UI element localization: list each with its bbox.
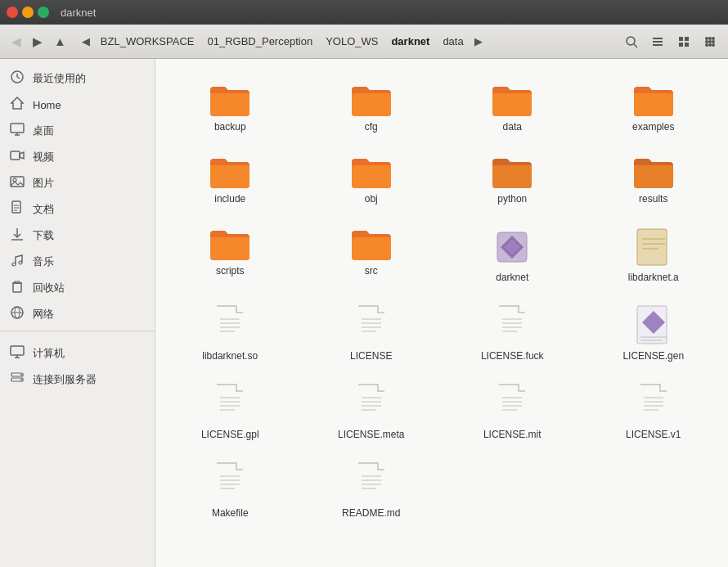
main-layout: 最近使用的 Home 桌面 视频 图片	[0, 59, 728, 567]
file-item-examples[interactable]: examples	[587, 75, 721, 139]
file-name-data: data	[503, 121, 522, 133]
recent-icon	[10, 70, 25, 88]
file-name-scripts: scripts	[216, 265, 245, 277]
breadcrumb-item-4[interactable]: data	[436, 33, 470, 50]
window-title: darknet	[61, 7, 96, 19]
license-v1-icon	[636, 383, 672, 425]
close-button[interactable]	[7, 7, 18, 18]
minimize-button[interactable]	[22, 7, 34, 18]
folder-icon-python	[491, 154, 533, 190]
file-grid: backup cfg	[164, 75, 720, 525]
svg-point-15	[705, 40, 708, 43]
file-name-examples: examples	[632, 121, 674, 133]
folder-icon-scripts	[209, 226, 251, 262]
file-name-obj: obj	[365, 193, 378, 205]
breadcrumb-item-2[interactable]: YOLO_WS	[319, 33, 384, 50]
titlebar: darknet	[0, 0, 728, 25]
sidebar: 最近使用的 Home 桌面 视频 图片	[0, 59, 155, 567]
file-item-data[interactable]: data	[446, 75, 579, 139]
file-name-results: results	[639, 193, 667, 205]
file-name-darknet: darknet	[496, 272, 528, 283]
sidebar-item-network[interactable]: 网络	[0, 301, 155, 327]
file-name-license-mit: LICENSE.mit	[483, 429, 542, 440]
svg-point-10	[712, 37, 715, 40]
search-button[interactable]	[620, 32, 643, 52]
breadcrumb-item-0[interactable]: BZL_WORKSPACE	[94, 33, 201, 50]
view-grid-button[interactable]	[672, 32, 695, 52]
breadcrumb-left-arrow[interactable]: ◀	[78, 33, 94, 50]
sidebar-item-home[interactable]: Home	[0, 92, 155, 118]
folder-icon-backup	[209, 82, 251, 118]
view-icons-icon	[703, 35, 717, 48]
license-mit-icon	[494, 383, 530, 425]
breadcrumb-right-arrow[interactable]: ▶	[470, 33, 487, 50]
file-item-license-fuck[interactable]: LICENSE.fuck	[446, 298, 579, 368]
forward-button[interactable]: ▶	[28, 31, 47, 52]
file-item-results[interactable]: results	[587, 147, 721, 211]
file-item-license-gen[interactable]: LICENSE.gen	[587, 298, 721, 368]
sidebar-item-desktop[interactable]: 桌面	[0, 118, 155, 144]
file-item-src[interactable]: src	[305, 219, 438, 290]
svg-line-20	[17, 77, 20, 79]
breadcrumb-item-3[interactable]: darknet	[384, 33, 436, 50]
file-item-darknet[interactable]: darknet	[446, 219, 579, 290]
file-item-readme[interactable]: README.md	[305, 455, 438, 525]
license-fuck-icon	[494, 304, 530, 347]
sidebar-label-video: 视频	[33, 150, 54, 164]
maximize-button[interactable]	[38, 7, 49, 18]
svg-point-14	[708, 43, 712, 47]
file-name-license-v1: LICENSE.v1	[626, 429, 681, 440]
svg-line-1	[634, 44, 637, 47]
sidebar-item-computer[interactable]: 计算机	[0, 340, 155, 367]
sidebar-item-docs[interactable]: 文档	[0, 196, 155, 223]
sidebar-label-download: 下载	[33, 228, 54, 243]
makefile-icon	[212, 461, 248, 504]
file-item-license-gpl[interactable]: LICENSE.gpl	[164, 376, 297, 447]
file-item-scripts[interactable]: scripts	[164, 219, 297, 290]
file-item-libdarknet-so[interactable]: libdarknet.so	[164, 298, 297, 368]
file-item-obj[interactable]: obj	[305, 147, 438, 211]
svg-rect-41	[11, 346, 24, 355]
file-item-license-v1[interactable]: LICENSE.v1	[587, 376, 721, 447]
svg-marker-26	[20, 152, 24, 159]
svg-rect-27	[11, 177, 24, 187]
desktop-icon	[10, 122, 25, 140]
file-name-python: python	[497, 193, 527, 205]
file-item-python[interactable]: python	[446, 147, 579, 211]
sidebar-item-recent[interactable]: 最近使用的	[0, 65, 155, 92]
sidebar-item-download[interactable]: 下载	[0, 223, 155, 249]
file-item-cfg[interactable]: cfg	[305, 75, 438, 139]
sidebar-label-home: Home	[33, 99, 61, 111]
sidebar-item-server[interactable]: 连接到服务器	[0, 367, 155, 393]
breadcrumb-item-1[interactable]: 01_RGBD_Perception	[200, 33, 319, 50]
titlebar-buttons	[7, 7, 49, 18]
libdarknet-so-icon	[212, 304, 248, 347]
file-item-include[interactable]: include	[164, 147, 297, 211]
file-area[interactable]: backup cfg	[155, 59, 728, 567]
sidebar-item-pictures[interactable]: 图片	[0, 170, 155, 196]
file-item-backup[interactable]: backup	[164, 75, 297, 139]
svg-rect-3	[653, 41, 663, 43]
sidebar-item-trash[interactable]: 回收站	[0, 275, 155, 301]
parent-button[interactable]: ▲	[49, 31, 71, 52]
svg-rect-7	[679, 43, 683, 47]
view-list-button[interactable]	[646, 32, 669, 52]
svg-rect-8	[685, 43, 689, 47]
sidebar-item-music[interactable]: 音乐	[0, 249, 155, 275]
file-item-makefile[interactable]: Makefile	[164, 455, 297, 525]
darknet-icon	[491, 226, 533, 268]
back-button[interactable]: ◀	[7, 31, 26, 52]
file-item-license[interactable]: LICENSE	[305, 298, 438, 368]
sidebar-item-video[interactable]: 视频	[0, 144, 155, 170]
view-icons-button[interactable]	[699, 32, 721, 52]
file-name-readme: README.md	[342, 507, 400, 519]
pictures-icon	[10, 174, 25, 192]
sidebar-label-trash: 回收站	[33, 281, 65, 295]
file-item-license-mit[interactable]: LICENSE.mit	[446, 376, 579, 447]
svg-point-13	[708, 37, 712, 40]
file-item-libdarknet-a[interactable]: libdarknet.a	[587, 219, 721, 290]
svg-rect-37	[13, 283, 21, 292]
sidebar-label-network: 网络	[33, 307, 54, 322]
file-item-license-meta[interactable]: LICENSE.meta	[305, 376, 438, 447]
folder-icon-examples	[632, 82, 675, 118]
